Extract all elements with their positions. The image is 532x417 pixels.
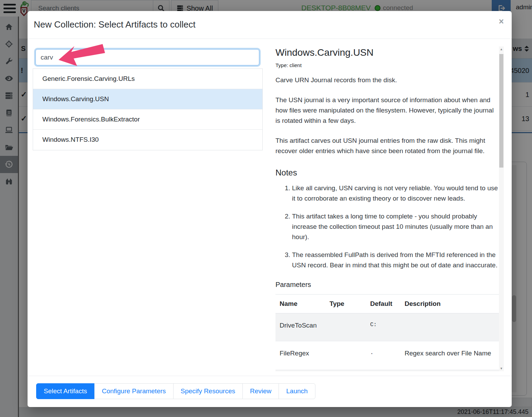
notes-heading: Notes <box>275 168 499 178</box>
artifact-description: The USN journal is a very important sour… <box>275 95 499 126</box>
scroll-down-icon[interactable]: ▼ <box>499 366 504 371</box>
notes-list: Like all carving, USN carving is not ver… <box>275 183 499 270</box>
wizard-steps: Select Artifacts Configure Parameters Sp… <box>36 383 315 399</box>
parameter-row: FileRegex . Regex search over File Name <box>275 341 499 369</box>
param-type <box>325 341 366 369</box>
param-default: . <box>366 341 400 369</box>
artifact-list-item[interactable]: Windows.NTFS.I30 <box>33 130 262 150</box>
param-name: DriveToScan <box>275 313 325 341</box>
param-description: Regex search over File Name <box>400 341 499 369</box>
artifact-description: This artifact carves out USN journal ent… <box>275 136 499 156</box>
note-item: The reassembled FullPath is derived from… <box>292 250 499 270</box>
column-header: Name <box>275 295 325 313</box>
details-scrollbar-thumb[interactable] <box>499 54 503 168</box>
note-item: Like all carving, USN carving is not ver… <box>292 183 499 204</box>
parameters-heading: Parameters <box>275 281 499 289</box>
details-scrollbar[interactable]: ▲ ▼ <box>499 46 504 371</box>
step-launch[interactable]: Launch <box>279 383 315 399</box>
param-type <box>325 313 366 341</box>
step-select-artifacts[interactable]: Select Artifacts <box>36 383 95 399</box>
artifact-list-item[interactable]: Generic.Forensic.Carving.URLs <box>33 69 262 89</box>
footer-divider <box>28 376 512 376</box>
artifact-title: Windows.Carving.USN <box>275 47 499 58</box>
artifact-summary: Carve URN Journal records from the disk. <box>275 75 499 85</box>
column-header: Type <box>325 295 366 313</box>
scroll-up-icon[interactable]: ▲ <box>499 46 504 52</box>
param-name: FileRegex <box>275 341 325 369</box>
column-header: Description <box>400 295 499 313</box>
artifact-details-panel: Windows.Carving.USN Type: client Carve U… <box>275 46 499 371</box>
header-divider <box>28 39 512 39</box>
parameters-table: Name Type Default Description DriveToSca… <box>275 294 499 369</box>
artifact-search-input[interactable] <box>35 49 259 65</box>
modal-title: New Collection: Select Artifacts to coll… <box>34 19 196 30</box>
artifact-type: Type: client <box>275 62 499 68</box>
new-collection-modal: New Collection: Select Artifacts to coll… <box>28 11 512 407</box>
column-header: Default <box>366 295 400 313</box>
step-configure-parameters[interactable]: Configure Parameters <box>94 383 174 399</box>
parameter-row: DriveToScan C: <box>275 313 499 341</box>
param-description <box>400 313 499 341</box>
step-specify-resources[interactable]: Specify Resources <box>173 383 243 399</box>
artifact-list: Generic.Forensic.Carving.URLs Windows.Ca… <box>33 68 263 150</box>
artifact-list-item-selected[interactable]: Windows.Carving.USN <box>33 89 262 109</box>
param-default: C: <box>366 313 400 341</box>
next-row-partial <box>275 370 499 371</box>
close-icon[interactable]: × <box>499 17 504 26</box>
step-review[interactable]: Review <box>242 383 279 399</box>
note-item: This artifact takes a long time to compl… <box>292 211 499 242</box>
artifact-list-item[interactable]: Windows.Forensics.BulkExtractor <box>33 109 262 130</box>
